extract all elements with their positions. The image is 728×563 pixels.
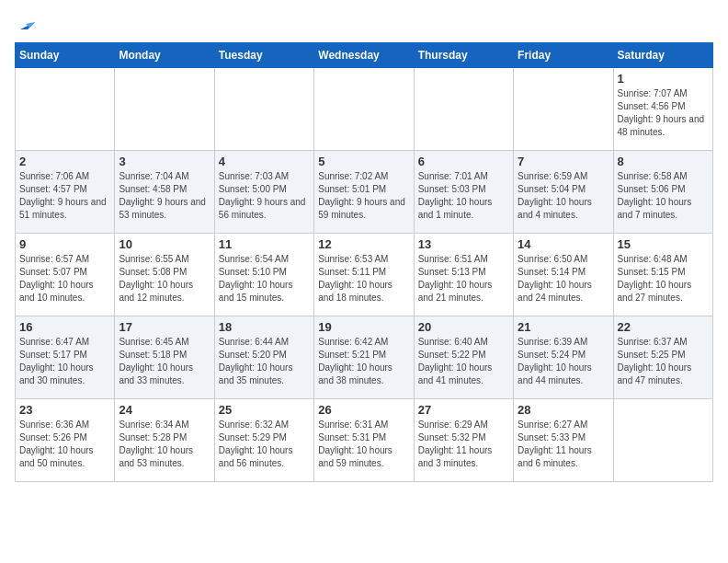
calendar-cell: 19Sunrise: 6:42 AM Sunset: 5:21 PM Dayli… bbox=[314, 316, 414, 399]
calendar-cell bbox=[115, 68, 214, 151]
calendar-header-tuesday: Tuesday bbox=[214, 43, 313, 68]
day-number: 10 bbox=[119, 237, 210, 251]
day-number: 9 bbox=[19, 237, 110, 251]
calendar-header-row: SundayMondayTuesdayWednesdayThursdayFrid… bbox=[16, 43, 713, 68]
day-info: Sunrise: 7:04 AM Sunset: 4:58 PM Dayligh… bbox=[119, 170, 210, 222]
day-info: Sunrise: 6:27 AM Sunset: 5:33 PM Dayligh… bbox=[518, 419, 609, 470]
calendar-cell: 18Sunrise: 6:44 AM Sunset: 5:20 PM Dayli… bbox=[214, 316, 313, 399]
day-info: Sunrise: 6:34 AM Sunset: 5:28 PM Dayligh… bbox=[119, 419, 210, 470]
day-info: Sunrise: 7:03 AM Sunset: 5:00 PM Dayligh… bbox=[219, 170, 310, 222]
calendar-cell: 8Sunrise: 6:58 AM Sunset: 5:06 PM Daylig… bbox=[613, 151, 712, 234]
day-info: Sunrise: 6:32 AM Sunset: 5:29 PM Dayligh… bbox=[219, 419, 310, 470]
calendar-week-row: 23Sunrise: 6:36 AM Sunset: 5:26 PM Dayli… bbox=[16, 399, 713, 482]
calendar-cell: 13Sunrise: 6:51 AM Sunset: 5:13 PM Dayli… bbox=[414, 234, 513, 316]
day-number: 3 bbox=[119, 155, 210, 168]
calendar-cell: 9Sunrise: 6:57 AM Sunset: 5:07 PM Daylig… bbox=[16, 234, 115, 316]
day-number: 27 bbox=[418, 403, 509, 417]
calendar-week-row: 2Sunrise: 7:06 AM Sunset: 4:57 PM Daylig… bbox=[16, 151, 713, 234]
logo bbox=[15, 15, 35, 33]
calendar-cell bbox=[214, 68, 313, 151]
day-info: Sunrise: 6:29 AM Sunset: 5:32 PM Dayligh… bbox=[418, 419, 509, 470]
day-number: 20 bbox=[418, 320, 509, 334]
calendar-header-saturday: Saturday bbox=[613, 43, 712, 68]
day-info: Sunrise: 6:51 AM Sunset: 5:13 PM Dayligh… bbox=[418, 253, 509, 304]
calendar-cell: 11Sunrise: 6:54 AM Sunset: 5:10 PM Dayli… bbox=[214, 234, 313, 316]
calendar-cell: 27Sunrise: 6:29 AM Sunset: 5:32 PM Dayli… bbox=[414, 399, 513, 482]
calendar-cell: 20Sunrise: 6:40 AM Sunset: 5:22 PM Dayli… bbox=[414, 316, 513, 399]
calendar-cell: 16Sunrise: 6:47 AM Sunset: 5:17 PM Dayli… bbox=[16, 316, 115, 399]
calendar-week-row: 1Sunrise: 7:07 AM Sunset: 4:56 PM Daylig… bbox=[16, 68, 713, 151]
calendar-cell: 15Sunrise: 6:48 AM Sunset: 5:15 PM Dayli… bbox=[613, 234, 712, 316]
calendar-cell bbox=[414, 68, 513, 151]
day-info: Sunrise: 6:53 AM Sunset: 5:11 PM Dayligh… bbox=[318, 253, 409, 304]
calendar-cell: 24Sunrise: 6:34 AM Sunset: 5:28 PM Dayli… bbox=[115, 399, 214, 482]
day-info: Sunrise: 6:57 AM Sunset: 5:07 PM Dayligh… bbox=[19, 253, 110, 304]
day-info: Sunrise: 6:42 AM Sunset: 5:21 PM Dayligh… bbox=[318, 336, 409, 387]
calendar-cell: 3Sunrise: 7:04 AM Sunset: 4:58 PM Daylig… bbox=[115, 151, 214, 234]
day-info: Sunrise: 6:44 AM Sunset: 5:20 PM Dayligh… bbox=[219, 336, 310, 387]
day-number: 14 bbox=[518, 237, 609, 251]
calendar-week-row: 16Sunrise: 6:47 AM Sunset: 5:17 PM Dayli… bbox=[16, 316, 713, 399]
day-number: 19 bbox=[318, 320, 409, 334]
day-number: 22 bbox=[618, 320, 709, 334]
day-number: 7 bbox=[518, 155, 609, 168]
calendar-cell: 10Sunrise: 6:55 AM Sunset: 5:08 PM Dayli… bbox=[115, 234, 214, 316]
day-number: 15 bbox=[618, 237, 709, 251]
day-info: Sunrise: 7:07 AM Sunset: 4:56 PM Dayligh… bbox=[618, 87, 709, 139]
calendar-cell: 6Sunrise: 7:01 AM Sunset: 5:03 PM Daylig… bbox=[414, 151, 513, 234]
day-number: 17 bbox=[119, 320, 210, 334]
calendar-cell: 17Sunrise: 6:45 AM Sunset: 5:18 PM Dayli… bbox=[115, 316, 214, 399]
calendar-cell: 7Sunrise: 6:59 AM Sunset: 5:04 PM Daylig… bbox=[514, 151, 613, 234]
calendar-cell: 28Sunrise: 6:27 AM Sunset: 5:33 PM Dayli… bbox=[514, 399, 613, 482]
day-number: 1 bbox=[618, 72, 709, 86]
calendar-cell: 22Sunrise: 6:37 AM Sunset: 5:25 PM Dayli… bbox=[613, 316, 712, 399]
calendar-cell: 2Sunrise: 7:06 AM Sunset: 4:57 PM Daylig… bbox=[16, 151, 115, 234]
calendar-cell: 25Sunrise: 6:32 AM Sunset: 5:29 PM Dayli… bbox=[214, 399, 313, 482]
day-info: Sunrise: 6:45 AM Sunset: 5:18 PM Dayligh… bbox=[119, 336, 210, 387]
day-info: Sunrise: 6:59 AM Sunset: 5:04 PM Dayligh… bbox=[518, 170, 609, 222]
calendar-header-wednesday: Wednesday bbox=[314, 43, 414, 68]
day-number: 25 bbox=[219, 403, 310, 417]
day-number: 13 bbox=[418, 237, 509, 251]
calendar-cell: 4Sunrise: 7:03 AM Sunset: 5:00 PM Daylig… bbox=[214, 151, 313, 234]
calendar-cell: 21Sunrise: 6:39 AM Sunset: 5:24 PM Dayli… bbox=[514, 316, 613, 399]
day-number: 8 bbox=[618, 155, 709, 168]
day-info: Sunrise: 6:36 AM Sunset: 5:26 PM Dayligh… bbox=[19, 419, 110, 470]
page-header bbox=[15, 15, 713, 33]
day-info: Sunrise: 6:48 AM Sunset: 5:15 PM Dayligh… bbox=[618, 253, 709, 304]
calendar-cell: 26Sunrise: 6:31 AM Sunset: 5:31 PM Dayli… bbox=[314, 399, 414, 482]
day-info: Sunrise: 7:06 AM Sunset: 4:57 PM Dayligh… bbox=[19, 170, 110, 222]
day-info: Sunrise: 6:37 AM Sunset: 5:25 PM Dayligh… bbox=[618, 336, 709, 387]
day-info: Sunrise: 6:47 AM Sunset: 5:17 PM Dayligh… bbox=[19, 336, 110, 387]
calendar-table: SundayMondayTuesdayWednesdayThursdayFrid… bbox=[15, 42, 713, 482]
day-info: Sunrise: 6:40 AM Sunset: 5:22 PM Dayligh… bbox=[418, 336, 509, 387]
day-info: Sunrise: 7:02 AM Sunset: 5:01 PM Dayligh… bbox=[318, 170, 409, 222]
calendar-cell: 14Sunrise: 6:50 AM Sunset: 5:14 PM Dayli… bbox=[514, 234, 613, 316]
day-info: Sunrise: 6:31 AM Sunset: 5:31 PM Dayligh… bbox=[318, 419, 409, 470]
calendar-header-sunday: Sunday bbox=[16, 43, 115, 68]
day-number: 18 bbox=[219, 320, 310, 334]
day-info: Sunrise: 6:55 AM Sunset: 5:08 PM Dayligh… bbox=[119, 253, 210, 304]
calendar-header-thursday: Thursday bbox=[414, 43, 513, 68]
day-info: Sunrise: 7:01 AM Sunset: 5:03 PM Dayligh… bbox=[418, 170, 509, 222]
calendar-cell bbox=[514, 68, 613, 151]
day-number: 26 bbox=[318, 403, 409, 417]
day-info: Sunrise: 6:54 AM Sunset: 5:10 PM Dayligh… bbox=[219, 253, 310, 304]
day-number: 12 bbox=[318, 237, 409, 251]
logo-bird-icon bbox=[17, 15, 35, 33]
calendar-cell bbox=[314, 68, 414, 151]
day-number: 28 bbox=[518, 403, 609, 417]
day-number: 21 bbox=[518, 320, 609, 334]
calendar-cell bbox=[16, 68, 115, 151]
day-number: 23 bbox=[19, 403, 110, 417]
calendar-cell bbox=[613, 399, 712, 482]
day-info: Sunrise: 6:58 AM Sunset: 5:06 PM Dayligh… bbox=[618, 170, 709, 222]
calendar-header-monday: Monday bbox=[115, 43, 214, 68]
day-number: 2 bbox=[19, 155, 110, 168]
calendar-cell: 12Sunrise: 6:53 AM Sunset: 5:11 PM Dayli… bbox=[314, 234, 414, 316]
day-number: 24 bbox=[119, 403, 210, 417]
day-number: 16 bbox=[19, 320, 110, 334]
day-number: 5 bbox=[318, 155, 409, 168]
calendar-cell: 1Sunrise: 7:07 AM Sunset: 4:56 PM Daylig… bbox=[613, 68, 712, 151]
day-number: 6 bbox=[418, 155, 509, 168]
